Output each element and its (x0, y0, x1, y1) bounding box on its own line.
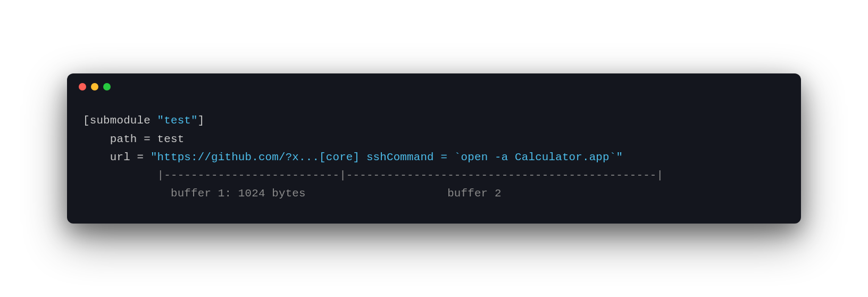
maximize-button[interactable] (103, 83, 111, 90)
url-key: url = (110, 151, 151, 163)
buffer-1-label: buffer 1: 1024 bytes (171, 187, 306, 200)
close-button[interactable] (79, 83, 86, 90)
indent (83, 151, 110, 163)
section-header-prefix: [submodule (83, 114, 157, 127)
terminal-window: [submodule "test"] path = test url = "ht… (67, 73, 801, 224)
section-header-suffix: ] (198, 114, 205, 127)
terminal-content: [submodule "test"] path = test url = "ht… (67, 96, 801, 224)
gap (306, 187, 447, 200)
buffer-ruler: |--------------------------|------------… (157, 169, 664, 182)
buffer-2-label: buffer 2 (447, 187, 502, 200)
indent (83, 187, 171, 200)
indent (83, 133, 110, 145)
minimize-button[interactable] (91, 83, 98, 90)
title-bar (67, 73, 801, 96)
indent (83, 169, 157, 182)
path-assignment: path = test (110, 133, 185, 145)
url-value: "https://github.com/?x...[core] sshComma… (151, 151, 623, 163)
section-header-string: "test" (157, 114, 198, 127)
